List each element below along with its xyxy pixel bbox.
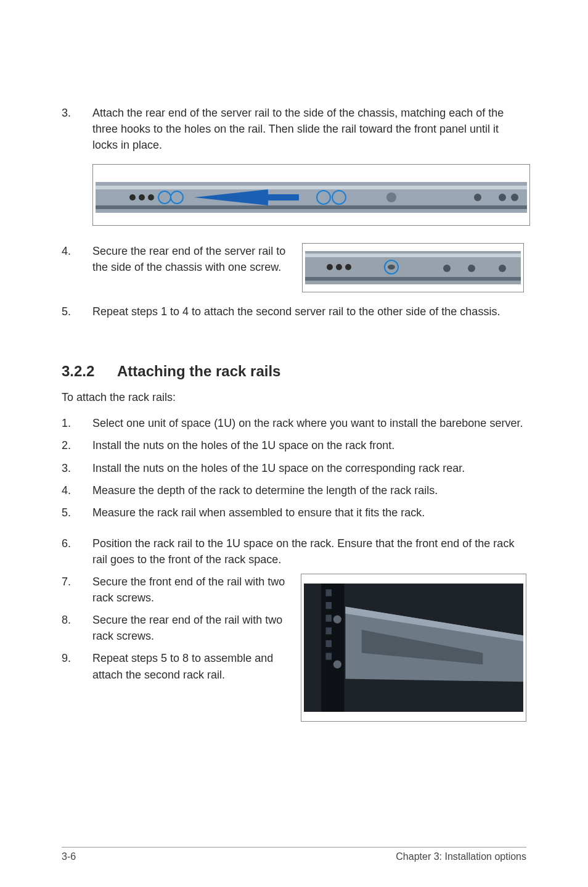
step-number: 1. [62,415,92,431]
bstep-6: 6. Position the rack rail to the 1U spac… [62,535,526,567]
page-footer: 3-6 Chapter 3: Installation options [62,847,526,862]
figure-rail-slide [92,164,530,226]
svg-point-34 [333,616,341,624]
svg-rect-27 [321,584,344,712]
svg-rect-28 [326,589,332,596]
step-number: 5. [62,505,92,521]
svg-rect-1 [96,186,527,189]
step-text: Measure the rack rail when assembled to … [92,505,526,521]
step-text: Secure the rear end of the server rail t… [92,243,290,275]
chapter-label: Chapter 3: Installation options [396,851,526,862]
step-text: Measure the depth of the rack to determi… [92,482,526,498]
step-text: Repeat steps 5 to 8 to assemble and atta… [92,650,290,682]
section-title: Attaching the rack rails [117,363,280,380]
svg-point-18 [327,264,333,270]
bstep-4: 4. Measure the depth of the rack to dete… [62,482,526,498]
step-number: 3. [62,105,92,153]
bstep-5: 5. Measure the rack rail when assembled … [62,505,526,521]
step-text: Select one unit of space (1U) on the rac… [92,415,526,431]
svg-point-4 [129,194,136,200]
bstep-3: 3. Install the nuts on the holes of the … [62,460,526,476]
step-number: 6. [62,535,92,567]
svg-point-23 [443,265,451,272]
section-intro: To attach the rack rails: [62,391,526,404]
bstep-7: 7. Secure the front end of the rail with… [62,574,290,606]
section-heading: 3.2.2 Attaching the rack rails [62,363,526,380]
figure-rack [301,574,526,722]
figure-rail-screw [302,243,524,292]
step-text: Install the nuts on the holes of the 1U … [92,460,526,476]
step-number: 2. [62,437,92,453]
svg-point-5 [139,194,145,200]
svg-point-20 [345,264,351,270]
svg-rect-29 [326,602,332,609]
bstep-8: 8. Secure the rear end of the rail with … [62,612,290,644]
bstep-2: 2. Install the nuts on the holes of the … [62,437,526,453]
rack-illustration [304,577,523,719]
svg-point-14 [511,194,518,201]
rail-slide-illustration [96,167,527,223]
svg-rect-17 [305,277,521,281]
svg-rect-31 [326,627,332,634]
step-text: Install the nuts on the holes of the 1U … [92,437,526,453]
svg-point-35 [333,661,341,669]
svg-point-22 [388,265,395,270]
svg-point-24 [468,265,475,272]
section-number: 3.2.2 [62,363,117,380]
step-number: 4. [62,243,92,275]
step-text: Position the rack rail to the 1U space o… [92,535,526,567]
step-number: 7. [62,574,92,606]
svg-point-12 [474,194,481,201]
svg-rect-16 [305,254,521,257]
step-number: 3. [62,460,92,476]
svg-rect-32 [326,640,332,647]
bstep-1: 1. Select one unit of space (1U) on the … [62,415,526,431]
step-3: 3. Attach the rear end of the server rai… [62,105,526,153]
step-5: 5. Repeat steps 1 to 4 to attach the sec… [62,303,526,320]
page-number: 3-6 [62,851,76,862]
step-text: Attach the rear end of the server rail t… [92,105,526,153]
rail-screw-illustration [305,246,521,289]
step-number: 4. [62,482,92,498]
svg-point-13 [499,194,506,201]
svg-rect-2 [96,205,527,209]
bstep-9: 9. Repeat steps 5 to 8 to assemble and a… [62,650,290,682]
step-number: 9. [62,650,92,682]
svg-point-25 [499,265,506,272]
step-number: 8. [62,612,92,644]
step-text: Repeat steps 1 to 4 to attach the second… [92,303,526,320]
svg-point-11 [386,192,396,202]
step-text: Secure the rear end of the rail with two… [92,612,290,644]
svg-rect-30 [326,615,332,622]
step-4: 4. Secure the rear end of the server rai… [62,243,290,275]
svg-point-6 [148,194,154,200]
svg-point-19 [336,264,342,270]
step-text: Secure the front end of the rail with tw… [92,574,290,606]
step-number: 5. [62,303,92,320]
svg-rect-33 [326,653,332,659]
